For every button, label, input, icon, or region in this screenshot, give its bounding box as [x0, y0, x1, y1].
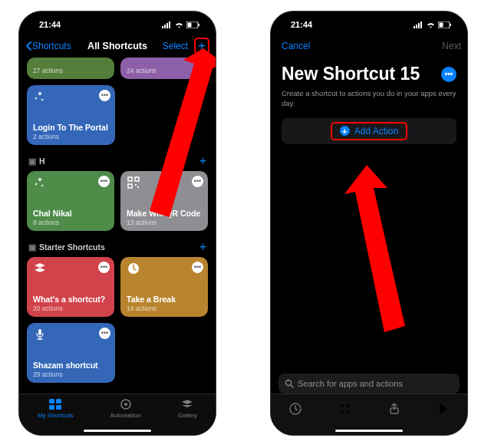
section-label: H	[39, 156, 45, 166]
chevron-left-icon	[25, 41, 32, 51]
section-header-starter: ▣Starter Shortcuts +	[27, 237, 208, 257]
status-icons	[414, 21, 452, 28]
shortcut-tile[interactable]: 24 actions	[120, 58, 208, 79]
svg-rect-26	[440, 22, 443, 27]
folder-icon: ▣	[28, 242, 36, 252]
automation-icon	[119, 398, 133, 410]
folder-icon: ▣	[28, 156, 36, 166]
next-button[interactable]: Next	[442, 41, 461, 51]
cancel-button[interactable]: Cancel	[282, 41, 310, 51]
signal-icon	[414, 21, 423, 28]
toolbar-run-button[interactable]	[437, 402, 450, 419]
home-indicator[interactable]	[335, 430, 403, 433]
shortcut-tile[interactable]: ••• Chal Nikal 8 actions	[27, 171, 114, 231]
svg-rect-10	[135, 184, 137, 186]
svg-rect-31	[347, 404, 350, 407]
svg-marker-35	[344, 165, 405, 332]
select-button[interactable]: Select	[163, 41, 188, 51]
battery-icon	[186, 21, 200, 28]
add-action-label: Add Action	[354, 126, 398, 137]
tile-menu-button[interactable]: •••	[99, 328, 110, 339]
shortcut-tile[interactable]: ••• Make Wifi QR Code 13 actions	[120, 171, 208, 231]
tile-menu-button[interactable]: •••	[99, 90, 110, 101]
tile-title: Chal Nikal	[33, 209, 108, 218]
tab-label: Gallery	[178, 412, 197, 419]
toolbar-apps-button[interactable]	[338, 402, 352, 419]
svg-rect-27	[450, 24, 452, 26]
tile-menu-button[interactable]: •••	[98, 262, 110, 273]
svg-rect-23	[418, 23, 420, 28]
back-label: Shortcuts	[32, 41, 71, 51]
tile-sub: 8 actions	[33, 219, 108, 226]
tile-sub: 29 actions	[33, 371, 109, 378]
nav-bar-left: Shortcuts All Shortcuts Select +	[19, 35, 216, 58]
svg-rect-32	[341, 410, 344, 413]
svg-rect-30	[341, 404, 344, 407]
back-button[interactable]: Shortcuts	[25, 41, 71, 51]
shortcuts-list[interactable]: 27 actions 24 actions ••• Login To The P…	[19, 58, 216, 395]
search-placeholder: Search for apps and actions	[298, 379, 403, 388]
toolbar-share-button[interactable]	[387, 402, 401, 419]
tile-menu-button[interactable]: •••	[192, 262, 203, 273]
svg-rect-7	[128, 177, 132, 181]
wifi-icon	[426, 21, 436, 28]
toolbar-suggestions-button[interactable]	[288, 402, 302, 419]
more-button[interactable]: •••	[441, 67, 456, 82]
svg-rect-8	[135, 177, 139, 181]
page-description: Create a shortcut to actions you do in y…	[271, 87, 467, 118]
tile-sub: 20 actions	[33, 305, 108, 312]
status-bar: 21:44	[271, 12, 467, 35]
svg-rect-16	[49, 405, 54, 410]
page-title-row: New Shortcut 15 •••	[271, 58, 467, 87]
shortcut-tile[interactable]: 27 actions	[27, 58, 114, 79]
search-icon	[285, 379, 294, 388]
status-time: 21:44	[291, 20, 312, 29]
tile-title: Make Wifi QR Code	[127, 209, 202, 218]
svg-rect-15	[56, 399, 61, 404]
svg-rect-2	[166, 23, 168, 28]
annotation-highlight: + Add Action	[331, 122, 407, 140]
wand-icon	[33, 176, 47, 189]
svg-rect-17	[56, 405, 61, 410]
tab-my-shortcuts[interactable]: My Shortcuts	[38, 398, 74, 435]
tile-title: Shazam shortcut	[33, 361, 109, 370]
search-input[interactable]: Search for apps and actions	[278, 374, 460, 394]
tab-gallery[interactable]: Gallery	[178, 398, 197, 435]
section-add-button[interactable]: +	[199, 240, 206, 254]
section-label: Starter Shortcuts	[39, 242, 105, 252]
shortcut-tile-login[interactable]: ••• Login To The Portal 2 actions	[27, 85, 115, 145]
share-icon	[387, 402, 401, 416]
grid-icon	[48, 398, 62, 410]
svg-rect-5	[188, 22, 192, 27]
play-icon	[437, 402, 450, 416]
section-header-h: ▣H +	[27, 151, 208, 171]
svg-rect-9	[128, 184, 132, 188]
plus-circle-icon: +	[340, 126, 350, 136]
home-indicator[interactable]	[84, 430, 151, 433]
svg-rect-3	[169, 21, 170, 28]
signal-icon	[162, 21, 172, 28]
add-action-button[interactable]: + Add Action	[282, 118, 456, 144]
wifi-icon	[174, 21, 184, 28]
shortcut-tile[interactable]: ••• Take a Break 14 actions	[120, 257, 208, 317]
nav-bar-right: Cancel Next	[271, 35, 467, 58]
svg-rect-11	[137, 186, 139, 188]
status-time: 21:44	[39, 20, 61, 29]
shortcut-tile[interactable]: ••• Shazam shortcut 29 actions	[27, 323, 115, 383]
svg-rect-21	[414, 26, 415, 28]
tile-sub: 14 actions	[127, 305, 202, 312]
mic-icon	[33, 328, 47, 341]
svg-rect-24	[420, 21, 422, 28]
svg-rect-14	[49, 399, 54, 404]
shortcut-tile[interactable]: ••• What's a shortcut? 20 actions	[27, 257, 114, 317]
phone-right: 21:44 Cancel Next New Shortcut 15 ••• Cr…	[270, 11, 468, 436]
nav-title: All Shortcuts	[87, 41, 147, 51]
tile-menu-button[interactable]: •••	[192, 176, 203, 187]
tile-menu-button[interactable]: •••	[98, 176, 110, 187]
add-shortcut-button[interactable]: +	[194, 38, 209, 54]
svg-rect-1	[164, 25, 166, 28]
tile-sub: 24 actions	[127, 67, 202, 74]
tile-title: Login To The Portal	[33, 123, 109, 132]
section-add-button[interactable]: +	[199, 154, 206, 168]
tile-sub: 2 actions	[33, 133, 109, 140]
